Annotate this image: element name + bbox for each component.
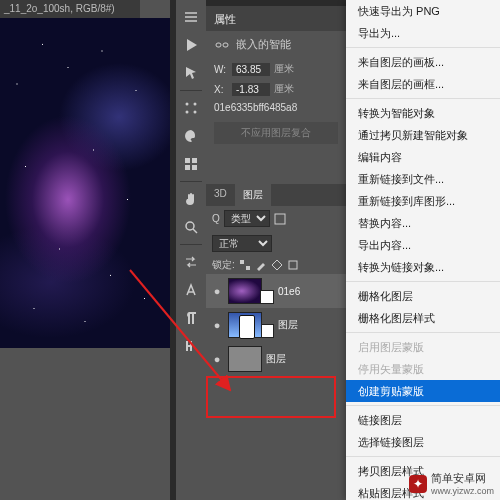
menu-item[interactable]: 转换为智能对象 (346, 102, 500, 124)
width-row[interactable]: W: 63.85 厘米 (206, 59, 346, 79)
blend-mode-select[interactable]: 正常 (212, 235, 272, 252)
svg-rect-8 (240, 260, 244, 264)
watermark: ✦ 简单安卓网 www.yizwz.com (409, 471, 494, 496)
embedded-smart-label: 嵌入的智能 (236, 37, 291, 53)
properties-title: 属性 (206, 6, 346, 31)
hash-row: 01e6335bff6485a8 (206, 99, 346, 116)
width-value[interactable]: 63.85 (232, 63, 270, 76)
svg-point-1 (194, 103, 197, 106)
svg-rect-5 (216, 43, 221, 47)
palette-icon[interactable] (180, 125, 202, 147)
menu-item[interactable]: 创建剪贴蒙版 (346, 380, 500, 402)
blend-row: 正常 (206, 231, 346, 256)
watermark-name: 简单安卓网 (431, 471, 494, 486)
link-icon[interactable] (214, 37, 230, 53)
menu-item[interactable]: 选择链接图层 (346, 431, 500, 453)
svg-point-2 (186, 111, 189, 114)
dots-icon[interactable] (180, 97, 202, 119)
x-value[interactable]: -1.83 (232, 83, 270, 96)
lock-artboard-icon[interactable] (287, 259, 299, 271)
menu-separator (346, 281, 500, 282)
menu-item[interactable]: 快速导出为 PNG (346, 0, 500, 22)
separator (180, 90, 202, 91)
visibility-icon[interactable]: ● (210, 285, 224, 297)
layer-item[interactable]: ● 图层 (206, 342, 346, 376)
cursor-icon[interactable] (180, 62, 202, 84)
document-tab[interactable]: _11_2o_100sh, RGB/8#) (0, 0, 140, 18)
menu-item[interactable]: 链接图层 (346, 409, 500, 431)
lock-position-icon[interactable] (271, 259, 283, 271)
menu-item: 启用图层蒙版 (346, 336, 500, 358)
separator (180, 244, 202, 245)
svg-rect-9 (246, 266, 250, 270)
layer-item[interactable]: ● 图层 (206, 308, 346, 342)
visibility-icon[interactable]: ● (210, 353, 224, 365)
kind-select[interactable]: 类型 (224, 210, 270, 227)
menu-item[interactable]: 编辑内容 (346, 146, 500, 168)
svg-point-4 (186, 222, 194, 230)
svg-rect-7 (275, 214, 285, 224)
swap-icon[interactable] (180, 251, 202, 273)
menu-item[interactable]: 重新链接到文件... (346, 168, 500, 190)
layer-context-menu: 快速导出为 PNG导出为...来自图层的画板...来自图层的画框...转换为智能… (346, 0, 500, 500)
menu-separator (346, 332, 500, 333)
layer-thumbnail[interactable] (228, 278, 262, 304)
layers-panel: 3D 图层 Q 类型 正常 锁定: ● 01e6 ● 图层 (206, 184, 346, 376)
svg-point-0 (186, 103, 189, 106)
layers-tabs: 3D 图层 (206, 184, 346, 206)
menu-item: 停用矢量蒙版 (346, 358, 500, 380)
menu-item[interactable]: 来自图层的画板... (346, 51, 500, 73)
svg-point-3 (194, 111, 197, 114)
smart-object-badge (260, 324, 274, 338)
watermark-url: www.yizwz.com (431, 486, 494, 496)
tab-3d[interactable]: 3D (206, 184, 235, 206)
layer-thumbnail[interactable] (228, 312, 262, 338)
menu-item[interactable]: 通过拷贝新建智能对象 (346, 124, 500, 146)
smart-object-badge (260, 290, 274, 304)
paragraph-icon[interactable] (180, 307, 202, 329)
tab-layers[interactable]: 图层 (235, 184, 271, 206)
char-icon[interactable] (180, 335, 202, 357)
menu-item[interactable]: 替换内容... (346, 212, 500, 234)
menu-separator (346, 405, 500, 406)
x-position-row[interactable]: X: -1.83 厘米 (206, 79, 346, 99)
lock-transparent-icon[interactable] (239, 259, 251, 271)
hand-icon[interactable] (180, 188, 202, 210)
layer-name[interactable]: 图层 (266, 352, 286, 366)
menu-separator (346, 456, 500, 457)
menu-separator (346, 47, 500, 48)
android-icon: ✦ (409, 475, 427, 493)
svg-rect-10 (289, 261, 297, 269)
menu-item[interactable]: 栅格化图层 (346, 285, 500, 307)
layer-comp-disabled: 不应用图层复合 (214, 122, 338, 144)
separator (180, 181, 202, 182)
properties-panel: 属性 嵌入的智能 W: 63.85 厘米 X: -1.83 厘米 01e6335… (206, 6, 346, 144)
menu-separator (346, 98, 500, 99)
svg-rect-6 (223, 43, 228, 47)
menu-item[interactable]: 来自图层的画框... (346, 73, 500, 95)
visibility-icon[interactable]: ● (210, 319, 224, 331)
expand-icon[interactable] (180, 6, 202, 28)
kind-icon[interactable]: Q (212, 213, 220, 224)
layer-filter-row: Q 类型 (206, 206, 346, 231)
menu-item[interactable]: 导出为... (346, 22, 500, 44)
layer-thumbnail[interactable] (228, 346, 262, 372)
grid-icon[interactable] (180, 153, 202, 175)
layer-name[interactable]: 01e6 (278, 286, 300, 297)
zoom-icon[interactable] (180, 216, 202, 238)
panels-area: 属性 嵌入的智能 W: 63.85 厘米 X: -1.83 厘米 01e6335… (206, 0, 346, 500)
filter-image-icon[interactable] (274, 213, 286, 225)
galaxy-image (0, 18, 170, 348)
layer-name[interactable]: 图层 (278, 318, 298, 332)
canvas-area[interactable] (0, 18, 170, 348)
menu-item[interactable]: 重新链接到库图形... (346, 190, 500, 212)
lock-brush-icon[interactable] (255, 259, 267, 271)
menu-item[interactable]: 栅格化图层样式 (346, 307, 500, 329)
lock-row: 锁定: (206, 256, 346, 274)
menu-item[interactable]: 导出内容... (346, 234, 500, 256)
menu-item[interactable]: 转换为链接对象... (346, 256, 500, 278)
vertical-toolbar (176, 0, 206, 500)
play-icon[interactable] (180, 34, 202, 56)
layer-item[interactable]: ● 01e6 (206, 274, 346, 308)
text-a-icon[interactable] (180, 279, 202, 301)
